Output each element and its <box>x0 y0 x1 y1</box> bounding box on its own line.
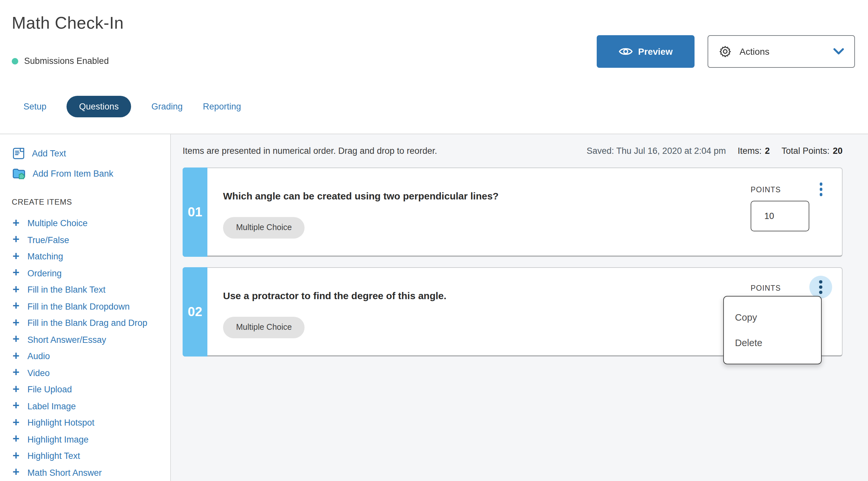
question-body: Which angle can be created using two per… <box>223 190 499 238</box>
create-item-label: Audio <box>27 352 50 361</box>
create-item-label: True/False <box>27 235 69 245</box>
reorder-instructions: Items are presented in numerical order. … <box>183 146 437 156</box>
tab-reporting[interactable]: Reporting <box>203 102 241 111</box>
create-item-true-false[interactable]: +True/False <box>12 232 170 248</box>
create-item-label: Highlight Image <box>27 435 89 445</box>
create-item-short-answer-essay[interactable]: +Short Answer/Essay <box>12 331 170 348</box>
create-item-label: Video <box>27 368 50 378</box>
create-item-label: Short Answer/Essay <box>27 335 106 345</box>
question-number: 02 <box>188 304 203 319</box>
actions-dropdown-button[interactable]: Actions <box>708 35 855 68</box>
plus-icon: + <box>12 284 20 295</box>
create-items-list: +Multiple Choice +True/False +Matching +… <box>12 215 170 481</box>
plus-icon: + <box>12 317 20 328</box>
question-text: Use a protractor to find the degree of t… <box>223 290 446 301</box>
plus-icon: + <box>12 433 20 445</box>
page-title: Math Check-In <box>12 13 124 33</box>
question-text: Which angle can be created using two per… <box>223 190 499 201</box>
total-points-value: 20 <box>833 146 843 156</box>
plus-icon: + <box>12 234 20 246</box>
add-text-label: Add Text <box>32 148 66 158</box>
assessment-builder-page: Math Check-In Submissions Enabled Previe… <box>0 0 868 481</box>
create-item-label: Highlight Text <box>27 451 80 461</box>
points-label: POINTS <box>751 284 781 292</box>
body-row: Add Text Add From Item Bank CREATE ITEMS… <box>0 134 868 481</box>
tab-bar: Setup Questions Grading Reporting <box>24 96 241 117</box>
plus-icon: + <box>12 383 20 395</box>
drag-handle[interactable]: 01 <box>183 167 207 257</box>
plus-icon: + <box>12 350 20 362</box>
create-item-label: Fill in the Blank Drag and Drop <box>27 318 147 328</box>
create-item-label: Ordering <box>27 268 62 278</box>
list-meta-row: Items are presented in numerical order. … <box>183 146 843 156</box>
plus-icon: + <box>12 300 20 312</box>
context-menu: Copy Delete <box>723 296 822 364</box>
plus-icon: + <box>12 450 20 461</box>
create-item-label: Multiple Choice <box>27 219 88 228</box>
status-label: Submissions Enabled <box>24 56 109 66</box>
create-item-ordering[interactable]: +Ordering <box>12 265 170 282</box>
total-points-label: Total Points: <box>782 146 830 156</box>
total-points: Total Points: 20 <box>782 146 843 156</box>
plus-icon: + <box>12 400 20 412</box>
create-item-video[interactable]: +Video <box>12 365 170 381</box>
items-count: Items: 2 <box>738 146 770 156</box>
plus-icon: + <box>12 333 20 345</box>
page-header: Math Check-In Submissions Enabled Previe… <box>0 0 868 134</box>
create-item-label: File Upload <box>27 385 72 395</box>
kebab-icon-active[interactable] <box>809 276 832 298</box>
chevron-down-icon <box>833 48 844 55</box>
plus-icon: + <box>12 416 20 428</box>
create-items-heading: CREATE ITEMS <box>12 197 170 206</box>
plus-icon: + <box>12 217 20 229</box>
create-item-matching[interactable]: +Matching <box>12 248 170 265</box>
create-item-math-short-answer[interactable]: +Math Short Answer <box>12 464 170 481</box>
create-item-label-image[interactable]: +Label Image <box>12 398 170 415</box>
submissions-status: Submissions Enabled <box>12 56 109 66</box>
viewport: Math Check-In Submissions Enabled Previe… <box>0 0 868 481</box>
plus-icon: + <box>12 250 20 262</box>
points-label: POINTS <box>751 186 781 194</box>
question-body: Use a protractor to find the degree of t… <box>223 290 446 338</box>
saved-timestamp: Saved: Thu Jul 16, 2020 at 2:04 pm <box>587 146 726 156</box>
gear-icon <box>719 45 732 58</box>
create-item-label: Fill in the Blank Text <box>27 285 106 295</box>
save-meta: Saved: Thu Jul 16, 2020 at 2:04 pm Items… <box>587 146 843 156</box>
drag-handle[interactable]: 02 <box>183 267 207 356</box>
items-count-value: 2 <box>765 146 770 156</box>
status-dot-icon <box>12 58 18 64</box>
create-item-audio[interactable]: +Audio <box>12 348 170 365</box>
menu-item-delete[interactable]: Delete <box>735 338 821 348</box>
create-item-highlight-text[interactable]: +Highlight Text <box>12 448 170 464</box>
create-item-highlight-hotspot[interactable]: +Highlight Hotspot <box>12 415 170 431</box>
sidebar: Add Text Add From Item Bank CREATE ITEMS… <box>0 134 171 481</box>
plus-icon: + <box>12 366 20 378</box>
folder-puzzle-icon <box>12 166 26 181</box>
items-count-label: Items: <box>738 146 762 156</box>
preview-button[interactable]: Preview <box>597 35 694 68</box>
tab-setup[interactable]: Setup <box>24 102 46 111</box>
create-item-label: Matching <box>27 252 63 262</box>
add-text-button[interactable]: Add Text <box>12 145 170 162</box>
create-item-label: Math Short Answer <box>27 468 102 478</box>
create-item-file-upload[interactable]: +File Upload <box>12 381 170 398</box>
question-type-pill: Multiple Choice <box>223 317 305 338</box>
plus-icon: + <box>12 267 20 279</box>
create-item-fill-blank-dropdown[interactable]: +Fill in the Blank Dropdown <box>12 298 170 315</box>
menu-item-copy[interactable]: Copy <box>735 312 821 322</box>
add-from-item-bank-button[interactable]: Add From Item Bank <box>12 165 170 182</box>
create-item-multiple-choice[interactable]: +Multiple Choice <box>12 215 170 232</box>
question-number: 01 <box>188 205 203 220</box>
create-item-fill-blank-drag-drop[interactable]: +Fill in the Blank Drag and Drop <box>12 315 170 331</box>
question-type-pill: Multiple Choice <box>223 217 305 238</box>
points-input[interactable] <box>751 201 809 231</box>
create-item-label: Fill in the Blank Dropdown <box>27 302 130 312</box>
create-item-highlight-image[interactable]: +Highlight Image <box>12 431 170 448</box>
create-item-fill-blank-text[interactable]: +Fill in the Blank Text <box>12 282 170 298</box>
create-item-label: Label Image <box>27 402 76 411</box>
actions-label: Actions <box>740 46 770 57</box>
kebab-icon[interactable] <box>815 183 827 196</box>
tab-grading[interactable]: Grading <box>151 102 183 111</box>
add-from-item-bank-label: Add From Item Bank <box>33 168 114 178</box>
tab-questions[interactable]: Questions <box>67 96 131 117</box>
